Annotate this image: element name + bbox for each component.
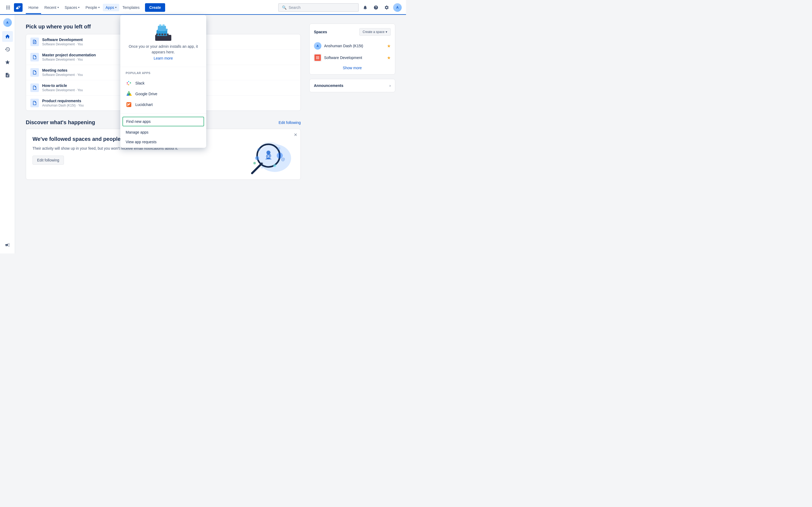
- svg-rect-34: [159, 34, 161, 36]
- create-button[interactable]: Create: [145, 3, 165, 12]
- sidebar-recent-icon[interactable]: [2, 44, 13, 55]
- announcements-card[interactable]: Announcements ›: [309, 79, 395, 92]
- svg-point-23: [266, 151, 270, 155]
- doc-icon-4: [30, 99, 39, 107]
- confluence-logo[interactable]: [14, 3, 22, 12]
- lego-illustration: [151, 21, 175, 43]
- svg-rect-31: [163, 29, 165, 31]
- find-new-apps-item[interactable]: Find new apps: [122, 117, 204, 126]
- spaces-nav-label: Spaces: [65, 5, 77, 10]
- edit-following-link[interactable]: Edit following: [279, 120, 301, 125]
- spaces-nav-item[interactable]: Spaces ▾: [62, 4, 83, 11]
- lucidchart-app-item[interactable]: Lucidchart: [126, 99, 201, 110]
- space-item-1-name: Software Development: [324, 56, 362, 60]
- search-placeholder: Search: [289, 5, 300, 10]
- spaces-card-title: Spaces: [314, 30, 327, 34]
- templates-nav-item[interactable]: Templates: [120, 4, 142, 11]
- help-button[interactable]: [372, 3, 380, 12]
- svg-rect-42: [127, 84, 128, 85]
- apps-dropdown-desc: Once you or your admin installs an app, …: [126, 44, 201, 55]
- settings-button[interactable]: [383, 3, 391, 12]
- lucidchart-app-name: Lucidchart: [135, 103, 153, 107]
- discover-section-title: Discover what's happening: [26, 119, 95, 125]
- apps-dropdown-learn-more-link[interactable]: Learn more: [154, 56, 173, 60]
- spaces-card-header: Spaces Create a space ▾: [314, 28, 391, 36]
- google-drive-icon: [126, 91, 132, 97]
- svg-rect-29: [158, 29, 159, 31]
- sidebar-megaphone-icon[interactable]: [2, 239, 13, 250]
- close-icon[interactable]: ✕: [294, 132, 297, 137]
- svg-rect-27: [159, 24, 161, 26]
- home-nav-item[interactable]: Home: [26, 4, 41, 11]
- svg-text:@: @: [277, 147, 280, 150]
- space-item-1[interactable]: Software Development ★: [314, 52, 391, 64]
- manage-apps-label: Manage apps: [126, 130, 149, 134]
- svg-rect-38: [127, 82, 128, 83]
- svg-rect-43: [130, 82, 131, 83]
- notifications-button[interactable]: [361, 3, 369, 12]
- doc-icon-3: [30, 83, 39, 92]
- doc-icon-2: [30, 68, 39, 77]
- svg-text:@: @: [261, 166, 264, 169]
- discover-title-row: Discover what's happening: [26, 119, 95, 125]
- svg-rect-33: [156, 34, 158, 36]
- svg-rect-5: [9, 7, 10, 8]
- svg-rect-45: [128, 84, 129, 85]
- svg-rect-3: [6, 7, 7, 8]
- popular-apps-section: POPULAR APPS Slack: [120, 67, 206, 112]
- svg-text:@: @: [257, 147, 261, 151]
- svg-point-19: [255, 156, 259, 160]
- doc-icon-0: [30, 38, 39, 46]
- apps-dropdown-top: Once you or your admin installs an app, …: [120, 15, 206, 67]
- space-item-0-avatar: A: [314, 42, 321, 50]
- svg-rect-28: [162, 24, 165, 26]
- sidebar-user-avatar[interactable]: A: [3, 18, 12, 27]
- create-space-button[interactable]: Create a space ▾: [359, 28, 391, 36]
- people-nav-label: People: [85, 5, 97, 10]
- recent-nav-item[interactable]: Recent ▾: [42, 4, 61, 11]
- svg-rect-8: [9, 8, 10, 9]
- top-navigation: Home Recent ▾ Spaces ▾ People ▾ Apps ▾: [0, 0, 406, 15]
- user-avatar[interactable]: A: [393, 3, 402, 12]
- spaces-show-more-link[interactable]: Show more: [314, 66, 391, 70]
- apps-nav-item[interactable]: Apps ▾: [103, 4, 119, 11]
- sidebar-home-icon[interactable]: [2, 31, 13, 42]
- nav-items: Home Recent ▾ Spaces ▾ People ▾ Apps ▾: [26, 3, 165, 12]
- svg-point-22: [253, 162, 256, 164]
- svg-rect-37: [167, 34, 169, 36]
- people-nav-item[interactable]: People ▾: [83, 4, 102, 11]
- space-item-0-star-icon: ★: [387, 44, 391, 49]
- svg-rect-36: [164, 34, 166, 36]
- search-icon: 🔍: [282, 5, 287, 10]
- space-item-1-left: Software Development: [314, 54, 362, 61]
- svg-rect-2: [9, 6, 10, 6]
- home-nav-label: Home: [29, 5, 38, 10]
- nav-left: Home Recent ▾ Spaces ▾ People ▾ Apps ▾: [4, 3, 165, 12]
- manage-apps-item[interactable]: Manage apps: [120, 127, 206, 137]
- spaces-card: Spaces Create a space ▾ A Anshuman Dash …: [309, 23, 395, 74]
- main-content: Pick up where you left off Software Deve…: [15, 15, 406, 253]
- dropdown-actions: Find new apps Manage apps View app reque…: [120, 115, 206, 148]
- google-drive-app-item[interactable]: Google Drive: [126, 89, 201, 99]
- grid-menu-icon[interactable]: [4, 4, 12, 11]
- space-item-0[interactable]: A Anshuman Dash (K15t) ★: [314, 40, 391, 52]
- recent-chevron-icon: ▾: [57, 6, 59, 9]
- svg-point-20: [277, 153, 283, 159]
- sidebar-starred-icon[interactable]: [2, 57, 13, 68]
- banner-edit-following-button[interactable]: Edit following: [33, 156, 64, 165]
- search-box[interactable]: 🔍 Search: [278, 3, 359, 12]
- svg-rect-0: [6, 6, 7, 6]
- view-app-requests-item[interactable]: View app requests: [120, 137, 206, 147]
- right-column: Spaces Create a space ▾ A Anshuman Dash …: [309, 23, 395, 245]
- recent-nav-label: Recent: [44, 5, 56, 10]
- space-item-1-icon: [314, 54, 321, 61]
- popular-apps-title: POPULAR APPS: [126, 71, 201, 74]
- space-item-1-star-icon: ★: [387, 55, 391, 60]
- sidebar-drafts-icon[interactable]: [2, 70, 13, 80]
- slack-icon: [126, 80, 132, 87]
- announcements-chevron-icon: ›: [389, 83, 391, 88]
- slack-app-item[interactable]: Slack: [126, 78, 201, 89]
- create-space-chevron-icon: ▾: [386, 30, 387, 34]
- home-nav-wrapper: Home: [26, 4, 41, 11]
- create-space-label: Create a space: [363, 30, 385, 34]
